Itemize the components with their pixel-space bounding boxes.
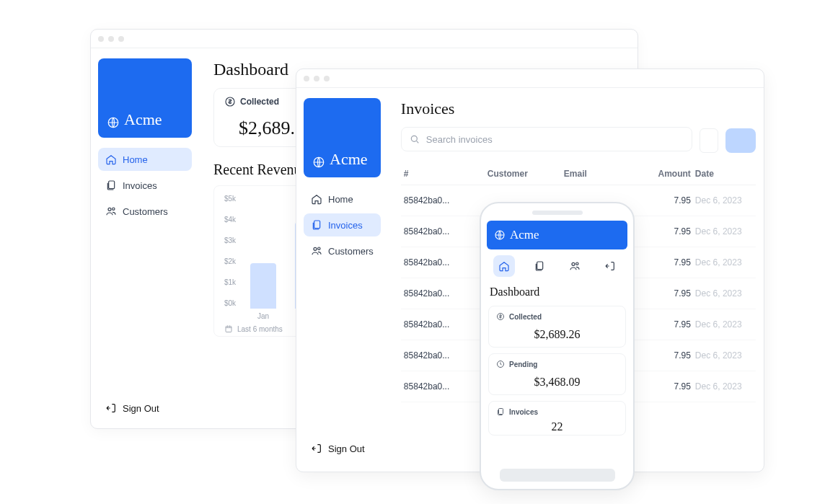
cell-id: 85842ba0... <box>404 350 483 361</box>
globe-icon <box>312 156 325 169</box>
x-tick: Jan <box>250 312 276 320</box>
svg-point-2 <box>108 208 111 211</box>
card-label: Invoices <box>509 408 538 416</box>
svg-point-10 <box>411 136 417 141</box>
phone-notch <box>532 211 583 215</box>
sidebar: Acme Home Invoices Customers Si <box>91 48 199 428</box>
traffic-dot <box>324 76 330 81</box>
svg-rect-7 <box>314 221 320 229</box>
signout-icon <box>105 402 117 414</box>
page-title: Dashboard <box>487 283 627 303</box>
sidebar-item-label: Customers <box>123 206 168 217</box>
cell-date: Dec 6, 2023 <box>695 257 753 268</box>
mobile-device: Acme Dashboard Collected $2,689.26 Pendi… <box>480 202 635 490</box>
card-label: Collected <box>240 97 279 107</box>
svg-rect-1 <box>109 181 115 189</box>
svg-point-8 <box>314 247 317 250</box>
sidebar-item-customers[interactable]: Customers <box>98 200 192 223</box>
sidebar-item-home[interactable]: Home <box>98 148 192 171</box>
chart-footer: Last 6 months <box>224 324 283 333</box>
y-tick: $3k <box>224 236 243 244</box>
home-icon <box>498 260 510 272</box>
cell-date: Dec 6, 2023 <box>695 319 753 330</box>
svg-point-14 <box>576 262 578 265</box>
pagination-prev-button[interactable] <box>700 128 718 153</box>
cell-amount: 7.95 <box>640 350 691 361</box>
search-input[interactable]: Search invoices <box>401 127 692 151</box>
cell-id: 85842ba0... <box>404 288 483 299</box>
tab-home[interactable] <box>493 255 515 277</box>
signout-button[interactable]: Sign Out <box>304 436 381 461</box>
cell-id: 85842ba0... <box>404 381 483 392</box>
create-invoice-button[interactable] <box>725 128 756 153</box>
sidebar-item-label: Invoices <box>123 180 157 191</box>
y-tick: $4k <box>224 216 243 224</box>
invoices-card: Invoices 22 <box>488 401 626 436</box>
cell-amount: 7.95 <box>640 226 691 236</box>
invoices-count: 22 <box>496 420 618 433</box>
invoices-icon <box>105 180 117 191</box>
traffic-dot <box>108 36 114 42</box>
cell-date: Dec 6, 2023 <box>695 226 753 236</box>
sidebar-item-invoices[interactable]: Invoices <box>304 213 381 236</box>
invoices-icon <box>311 219 322 231</box>
phone-homebar <box>500 469 615 482</box>
cell-amount: 7.95 <box>640 288 691 299</box>
cell-amount: 7.95 <box>640 381 691 392</box>
invoices-icon <box>496 407 505 416</box>
cell-id: 85842ba0... <box>404 195 483 205</box>
cell-id: 85842ba0... <box>404 319 483 330</box>
calendar-icon <box>224 324 233 333</box>
tab-invoices[interactable] <box>529 255 550 277</box>
search-placeholder: Search invoices <box>426 134 493 145</box>
y-tick: $0k <box>224 299 243 307</box>
sidebar-item-label: Home <box>328 194 353 205</box>
sidebar-item-label: Home <box>123 154 148 165</box>
chart-bar <box>250 263 276 309</box>
signout-button[interactable]: Sign Out <box>98 395 192 421</box>
titlebar <box>296 69 764 88</box>
customers-icon <box>311 245 322 257</box>
svg-rect-17 <box>499 409 503 415</box>
cell-date: Dec 6, 2023 <box>695 350 753 361</box>
traffic-dot <box>304 76 309 81</box>
signout-icon <box>311 443 322 454</box>
sidebar-item-customers[interactable]: Customers <box>304 239 381 262</box>
cell-date: Dec 6, 2023 <box>695 288 753 299</box>
customers-icon <box>105 205 117 217</box>
collected-amount: $2,689.26 <box>496 328 618 341</box>
y-tick: $1k <box>224 278 243 286</box>
signout-label: Sign Out <box>328 443 365 454</box>
invoices-icon <box>534 260 545 272</box>
col-email: Email <box>564 169 636 179</box>
y-tick: $2k <box>224 257 243 265</box>
col-amount: Amount <box>640 169 691 179</box>
brand-text: Acme <box>124 110 162 129</box>
cell-date: Dec 6, 2023 <box>695 381 753 392</box>
svg-point-13 <box>572 262 575 265</box>
clock-icon <box>496 360 505 368</box>
titlebar <box>91 30 638 48</box>
brand-text: Acme <box>510 228 539 242</box>
y-tick: $5k <box>224 195 243 203</box>
sidebar: Acme Home Invoices Customers Si <box>296 88 388 472</box>
home-icon <box>311 193 322 205</box>
traffic-dot <box>314 76 319 81</box>
tab-customers[interactable] <box>564 255 586 277</box>
col-date: Date <box>695 169 753 179</box>
svg-rect-12 <box>537 262 543 270</box>
brand-logo: Acme <box>487 221 627 249</box>
pending-amount: $3,468.09 <box>496 376 618 389</box>
traffic-dot <box>118 36 124 42</box>
sidebar-item-label: Customers <box>328 246 374 257</box>
page-title: Invoices <box>401 100 756 118</box>
cell-id: 85842ba0... <box>404 257 483 268</box>
pending-card: Pending $3,468.09 <box>488 353 626 395</box>
table-header: # Customer Email Amount Date <box>401 163 756 185</box>
globe-icon <box>107 116 120 129</box>
tab-signout[interactable] <box>599 255 621 277</box>
home-icon <box>105 154 117 165</box>
sidebar-item-label: Invoices <box>328 220 363 231</box>
sidebar-item-home[interactable]: Home <box>304 187 381 211</box>
sidebar-item-invoices[interactable]: Invoices <box>98 174 192 197</box>
